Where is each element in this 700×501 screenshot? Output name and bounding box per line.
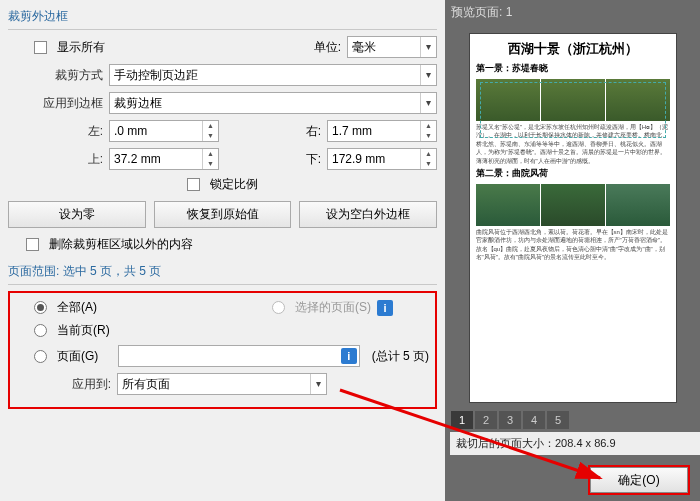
- up-icon: ▲: [421, 149, 436, 159]
- down-icon: ▼: [421, 131, 436, 141]
- restore-button[interactable]: 恢复到原始值: [154, 201, 292, 228]
- bottom-spinner[interactable]: 172.9 mm ▲▼: [327, 148, 437, 170]
- top-spinner[interactable]: 37.2 mm ▲▼: [109, 148, 219, 170]
- method-label: 裁剪方式: [8, 67, 103, 84]
- radio-all-label: 全部(A): [57, 299, 97, 316]
- radio-selected-label: 选择的页面(S): [295, 299, 371, 316]
- set-zero-button[interactable]: 设为零: [8, 201, 146, 228]
- chevron-down-icon: ▾: [420, 65, 436, 85]
- range-highlight-box: 全部(A) 选择的页面(S) i 当前页(R) 页面(G) i (总计 5 页)…: [8, 291, 437, 409]
- apply-border-label: 应用到边框: [8, 95, 103, 112]
- pager-page[interactable]: 5: [547, 411, 569, 429]
- preview-header: 预览页面: 1: [445, 0, 700, 25]
- doc-body-text: 曲院风荷位于西湖西北角，素以荷。荷花著。早在【sn】南宋时，此处是官家酿酒作坊，…: [470, 228, 676, 262]
- pages-input[interactable]: i: [118, 345, 359, 367]
- radio-pages-label: 页面(G): [57, 348, 98, 365]
- crop-section-header: 裁剪外边框: [8, 4, 437, 30]
- down-icon: ▼: [203, 131, 218, 141]
- chevron-down-icon: ▾: [310, 374, 326, 394]
- radio-current[interactable]: [34, 324, 47, 337]
- left-label: 左:: [8, 123, 103, 140]
- delete-outside-checkbox[interactable]: [26, 238, 39, 251]
- doc-scene1: 第一景：苏堤春晓: [470, 60, 676, 77]
- lock-ratio-label: 锁定比例: [210, 176, 258, 193]
- chevron-down-icon: ▾: [420, 37, 436, 57]
- right-label: 右:: [291, 123, 321, 140]
- crop-marquee[interactable]: [480, 82, 666, 138]
- apply-to-combo[interactable]: 所有页面▾: [117, 373, 327, 395]
- up-icon: ▲: [203, 149, 218, 159]
- range-section-header: 页面范围: 选中 5 页，共 5 页: [8, 259, 437, 285]
- page-preview[interactable]: 西湖十景（浙江杭州） 第一景：苏堤春晓 苏堤又名"苏公堤"，是北宋苏东坡任杭州知…: [469, 33, 677, 403]
- page-thumbs-pager: 1 2 3 4 5: [451, 411, 694, 429]
- ok-button[interactable]: 确定(O): [590, 467, 688, 493]
- info-icon[interactable]: i: [377, 300, 393, 316]
- down-icon: ▼: [421, 159, 436, 169]
- apply-to-label: 应用到:: [16, 376, 111, 393]
- show-all-checkbox[interactable]: [34, 41, 47, 54]
- left-spinner[interactable]: .0 mm ▲▼: [109, 120, 219, 142]
- up-icon: ▲: [421, 121, 436, 131]
- radio-current-label: 当前页(R): [57, 322, 110, 339]
- total-pages-label: (总计 5 页): [372, 348, 429, 365]
- pager-page[interactable]: 2: [475, 411, 497, 429]
- pager-page[interactable]: 4: [523, 411, 545, 429]
- crop-size-label: 裁切后的页面大小：208.4 x 86.9: [450, 432, 700, 455]
- show-all-label: 显示所有: [57, 39, 105, 56]
- unit-combo[interactable]: 毫米▾: [347, 36, 437, 58]
- apply-border-combo[interactable]: 裁剪边框▾: [109, 92, 437, 114]
- pager-page[interactable]: 3: [499, 411, 521, 429]
- down-icon: ▼: [203, 159, 218, 169]
- pager-page[interactable]: 1: [451, 411, 473, 429]
- info-icon[interactable]: i: [341, 348, 357, 364]
- up-icon: ▲: [203, 121, 218, 131]
- top-label: 上:: [8, 151, 103, 168]
- chevron-down-icon: ▾: [420, 93, 436, 113]
- bottom-label: 下:: [291, 151, 321, 168]
- radio-selected: [272, 301, 285, 314]
- set-blank-button[interactable]: 设为空白外边框: [299, 201, 437, 228]
- radio-all[interactable]: [34, 301, 47, 314]
- image-strip: [476, 184, 670, 226]
- doc-scene2: 第二景：曲院风荷: [470, 165, 676, 182]
- unit-label: 单位:: [314, 39, 341, 56]
- lock-ratio-checkbox[interactable]: [187, 178, 200, 191]
- doc-title: 西湖十景（浙江杭州）: [470, 34, 676, 60]
- delete-outside-label: 删除裁剪框区域以外的内容: [49, 236, 193, 253]
- right-spinner[interactable]: 1.7 mm ▲▼: [327, 120, 437, 142]
- radio-pages[interactable]: [34, 350, 47, 363]
- crop-method-combo[interactable]: 手动控制页边距▾: [109, 64, 437, 86]
